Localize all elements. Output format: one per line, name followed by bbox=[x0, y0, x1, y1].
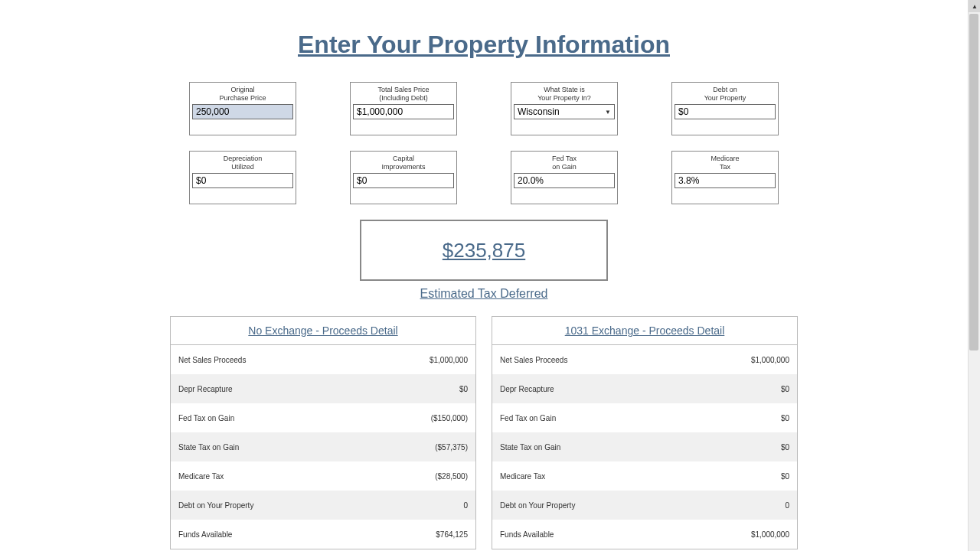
page-title: Enter Your Property Information bbox=[0, 31, 968, 59]
table-row: Depr Recapture$0 bbox=[171, 374, 475, 403]
purchase-price-label: OriginalPurchase Price bbox=[192, 86, 293, 103]
exchange-table: 1031 Exchange - Proceeds Detail Net Sale… bbox=[492, 316, 798, 549]
table-row: Net Sales Proceeds$1,000,000 bbox=[492, 345, 797, 374]
state-box: What State isYour Property In? Wisconsin… bbox=[511, 82, 618, 135]
result-caption: Estimated Tax Deferred bbox=[0, 287, 968, 301]
capital-label: CapitalImprovements bbox=[353, 155, 454, 171]
medicare-label: MedicareTax bbox=[675, 155, 776, 171]
no-exchange-table: No Exchange - Proceeds Detail Net Sales … bbox=[170, 316, 476, 549]
depreciation-box: DepreciationUtilized bbox=[189, 151, 296, 204]
medicare-input[interactable] bbox=[675, 173, 776, 188]
state-select-value: Wisconsin bbox=[518, 106, 560, 117]
sales-price-box: Total Sales Price(Including Debt) bbox=[350, 82, 457, 135]
fed-tax-box: Fed Taxon Gain bbox=[511, 151, 618, 204]
table-row: Funds Available$1,000,000 bbox=[492, 520, 797, 549]
capital-box: CapitalImprovements bbox=[350, 151, 457, 204]
chevron-down-icon: ▼ bbox=[605, 108, 611, 115]
no-exchange-header: No Exchange - Proceeds Detail bbox=[171, 317, 475, 345]
input-grid: OriginalPurchase Price Total Sales Price… bbox=[189, 82, 779, 204]
table-row: Debt on Your Property0 bbox=[492, 491, 797, 520]
table-row: Depr Recapture$0 bbox=[492, 374, 797, 403]
table-row: State Tax on Gain($57,375) bbox=[171, 432, 475, 461]
table-row: Net Sales Proceeds$1,000,000 bbox=[171, 345, 475, 374]
purchase-price-box: OriginalPurchase Price bbox=[189, 82, 296, 135]
debt-input[interactable] bbox=[675, 104, 776, 119]
table-row: Debt on Your Property0 bbox=[171, 491, 475, 520]
table-row: Fed Tax on Gain($150,000) bbox=[171, 403, 475, 432]
table-row: State Tax on Gain$0 bbox=[492, 432, 797, 461]
depreciation-label: DepreciationUtilized bbox=[192, 155, 293, 171]
fed-tax-label: Fed Taxon Gain bbox=[514, 155, 615, 171]
table-row: Funds Available$764,125 bbox=[171, 520, 475, 549]
table-row: Medicare Tax$0 bbox=[492, 461, 797, 491]
depreciation-input[interactable] bbox=[192, 173, 293, 188]
result-box: $235,875 bbox=[360, 220, 608, 281]
scroll-thumb[interactable] bbox=[969, 14, 978, 350]
debt-label: Debt onYour Property bbox=[675, 86, 776, 103]
state-select[interactable]: Wisconsin ▼ bbox=[514, 104, 615, 119]
sales-price-input[interactable] bbox=[353, 104, 454, 119]
scrollbar[interactable]: ▲ bbox=[968, 0, 980, 551]
sales-price-label: Total Sales Price(Including Debt) bbox=[353, 86, 454, 103]
exchange-header: 1031 Exchange - Proceeds Detail bbox=[492, 317, 797, 345]
tables-container: No Exchange - Proceeds Detail Net Sales … bbox=[0, 316, 968, 551]
table-row: Medicare Tax($28,500) bbox=[171, 461, 475, 491]
result-value: $235,875 bbox=[443, 239, 525, 262]
fed-tax-input[interactable] bbox=[514, 173, 615, 188]
purchase-price-input[interactable] bbox=[192, 104, 293, 119]
debt-box: Debt onYour Property bbox=[671, 82, 779, 135]
scroll-up-icon[interactable]: ▲ bbox=[969, 0, 980, 12]
capital-input[interactable] bbox=[353, 173, 454, 188]
medicare-box: MedicareTax bbox=[671, 151, 779, 204]
table-row: Fed Tax on Gain$0 bbox=[492, 403, 797, 432]
state-label: What State isYour Property In? bbox=[514, 86, 615, 103]
